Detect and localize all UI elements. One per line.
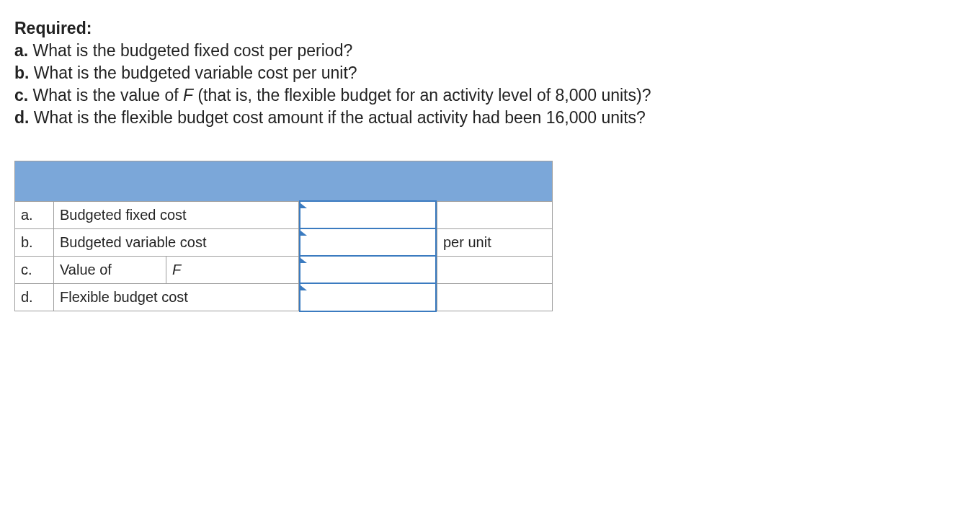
table-row-a: a. Budgeted fixed cost xyxy=(15,202,553,229)
question-a-text: What is the budgeted fixed cost per peri… xyxy=(33,41,353,60)
question-c: c. What is the value of F (that is, the … xyxy=(14,84,966,107)
row-d-input-cell xyxy=(299,284,437,311)
answer-table: a. Budgeted fixed cost b. Budgeted varia… xyxy=(14,161,553,311)
question-d-text: What is the flexible budget cost amount … xyxy=(34,108,646,127)
table-header-cell xyxy=(15,161,553,202)
row-d-unit xyxy=(437,284,553,311)
table-row-c: c. Value of F xyxy=(15,257,553,284)
question-c-letter: c. xyxy=(14,86,28,105)
question-d-letter: d. xyxy=(14,108,29,127)
row-c-split: Value of F xyxy=(54,257,298,283)
question-b-text: What is the budgeted variable cost per u… xyxy=(34,63,357,82)
row-c-input-cell xyxy=(299,257,437,284)
question-c-prefix: What is the value of xyxy=(33,86,183,105)
row-a-input-cell xyxy=(299,202,437,229)
table-row-d: d. Flexible budget cost xyxy=(15,284,553,311)
row-c-letter: c. xyxy=(15,257,54,284)
row-a-input[interactable] xyxy=(299,200,437,230)
row-c-desc-right: F xyxy=(166,257,298,283)
row-b-unit: per unit xyxy=(437,229,553,257)
row-c-entry-wrap xyxy=(299,257,437,283)
row-a-unit xyxy=(437,202,553,229)
row-b-entry-wrap xyxy=(299,229,437,256)
question-c-suffix: (that is, the flexible budget for an act… xyxy=(193,86,651,105)
table-row-b: b. Budgeted variable cost per unit xyxy=(15,229,553,257)
row-a-desc: Budgeted fixed cost xyxy=(54,202,299,229)
question-b: b. What is the budgeted variable cost pe… xyxy=(14,62,966,84)
question-d: d. What is the flexible budget cost amou… xyxy=(14,107,966,129)
row-a-letter: a. xyxy=(15,202,54,229)
row-b-input[interactable] xyxy=(299,228,437,257)
row-a-entry-wrap xyxy=(299,202,437,228)
row-d-input[interactable] xyxy=(299,283,437,312)
row-b-input-cell xyxy=(299,229,437,257)
question-a-letter: a. xyxy=(14,41,28,60)
table-header-row xyxy=(15,161,553,202)
row-c-desc: Value of F xyxy=(54,257,299,284)
row-c-input[interactable] xyxy=(299,255,437,285)
required-block: Required: a. What is the budgeted fixed … xyxy=(14,17,966,129)
row-d-desc: Flexible budget cost xyxy=(54,284,299,311)
page-root: Required: a. What is the budgeted fixed … xyxy=(0,0,980,329)
row-d-entry-wrap xyxy=(299,284,437,311)
required-label: Required: xyxy=(14,19,92,37)
row-c-unit xyxy=(437,257,553,284)
row-c-desc-left: Value of xyxy=(54,257,166,283)
row-d-letter: d. xyxy=(15,284,54,311)
question-b-letter: b. xyxy=(14,63,29,82)
row-b-desc: Budgeted variable cost xyxy=(54,229,299,257)
row-b-letter: b. xyxy=(15,229,54,257)
question-c-var: F xyxy=(183,86,193,105)
question-a: a. What is the budgeted fixed cost per p… xyxy=(14,40,966,62)
